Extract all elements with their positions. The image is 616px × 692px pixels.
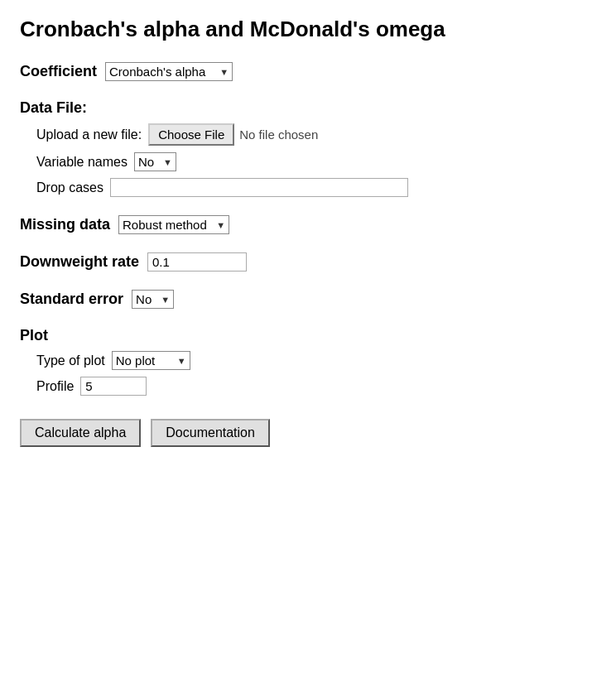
coefficient-select[interactable]: Cronbach's alpha McDonald's omega — [105, 62, 233, 81]
plot-label: Plot — [20, 327, 596, 344]
page-title: Cronbach's alpha and McDonald's omega — [20, 17, 596, 42]
data-file-label: Data File — [20, 99, 82, 116]
plot-type-select-wrapper: No plot Histogram Scatter — [112, 351, 190, 370]
downweight-section: Downweight rate — [20, 252, 596, 272]
upload-label: Upload a new file: — [36, 127, 142, 142]
downweight-rate-input[interactable] — [147, 252, 247, 272]
coefficient-section: Coefficient Cronbach's alpha McDonald's … — [20, 62, 596, 81]
drop-cases-label: Drop cases — [36, 180, 103, 195]
no-file-text: No file chosen — [239, 127, 318, 142]
choose-file-button[interactable]: Choose File — [148, 123, 234, 146]
profile-row: Profile — [20, 377, 596, 396]
data-file-section: Data File: Upload a new file: Choose Fil… — [20, 99, 596, 197]
profile-label: Profile — [36, 379, 74, 394]
missing-data-select-wrapper: Robust method Complete cases Pairwise — [118, 215, 229, 234]
standard-error-label: Standard error — [20, 291, 123, 308]
documentation-button[interactable]: Documentation — [151, 419, 270, 447]
coefficient-select-wrapper: Cronbach's alpha McDonald's omega — [105, 62, 233, 81]
data-file-colon: : — [82, 99, 87, 116]
plot-type-select[interactable]: No plot Histogram Scatter — [112, 351, 190, 370]
standard-error-section: Standard error No Yes — [20, 290, 596, 309]
variable-names-row: Variable names No Yes — [20, 152, 596, 171]
profile-input[interactable] — [80, 377, 147, 396]
file-input-wrapper: Choose File No file chosen — [148, 123, 318, 146]
downweight-label: Downweight rate — [20, 253, 139, 271]
missing-data-section: Missing data Robust method Complete case… — [20, 215, 596, 234]
plot-type-row: Type of plot No plot Histogram Scatter — [20, 351, 596, 370]
coefficient-label: Coefficient — [20, 63, 97, 80]
plot-section: Plot Type of plot No plot Histogram Scat… — [20, 327, 596, 396]
standard-error-select[interactable]: No Yes — [132, 290, 174, 309]
missing-data-label: Missing data — [20, 216, 110, 233]
standard-error-select-wrapper: No Yes — [132, 290, 174, 309]
missing-data-select[interactable]: Robust method Complete cases Pairwise — [118, 215, 229, 234]
variable-names-select-wrapper: No Yes — [134, 152, 176, 171]
variable-names-select[interactable]: No Yes — [134, 152, 176, 171]
drop-cases-row: Drop cases — [20, 178, 596, 197]
plot-type-label: Type of plot — [36, 353, 105, 368]
drop-cases-input[interactable] — [110, 178, 408, 197]
buttons-row: Calculate alpha Documentation — [20, 419, 596, 447]
calculate-alpha-button[interactable]: Calculate alpha — [20, 419, 141, 447]
variable-names-label: Variable names — [36, 155, 128, 170]
upload-row: Upload a new file: Choose File No file c… — [20, 123, 596, 146]
